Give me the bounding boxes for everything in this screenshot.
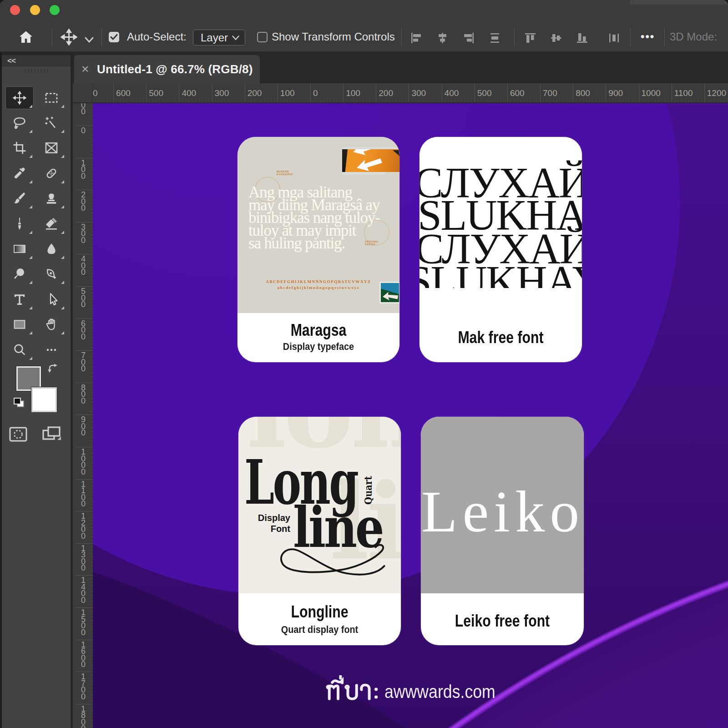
magic-wand-tool[interactable] bbox=[37, 111, 66, 134]
swap-colors-icon[interactable] bbox=[48, 364, 59, 373]
ruler-minor-tick bbox=[429, 99, 429, 102]
collapse-panel-button[interactable]: << bbox=[7, 56, 15, 66]
distribute-horizontally-icon[interactable] bbox=[489, 32, 501, 44]
lasso-tool[interactable] bbox=[5, 111, 34, 134]
font-card-mak: СЛУХАЙ SLUKHAY СЛУХАЙ SLUKHAY Mak free f… bbox=[420, 137, 582, 362]
ruler-minor-tick bbox=[626, 99, 626, 102]
tiny-caption-text: MODERN SANSSERIF bbox=[277, 170, 293, 176]
crop-icon bbox=[12, 141, 27, 155]
ruler-minor-tick bbox=[90, 476, 93, 476]
move-tool[interactable] bbox=[5, 86, 34, 109]
clone-stamp-tool[interactable] bbox=[37, 187, 66, 210]
ruler-tick bbox=[376, 83, 376, 102]
zoom-window-button[interactable] bbox=[50, 5, 60, 15]
edit-toolbar-tool[interactable] bbox=[37, 339, 66, 361]
align-vertical-centers-icon[interactable] bbox=[550, 32, 562, 44]
align-bottom-edges-icon[interactable] bbox=[576, 32, 588, 44]
spot-healing-brush-tool[interactable] bbox=[37, 162, 66, 185]
frame-tool[interactable] bbox=[37, 136, 66, 159]
rectangular-marquee-tool[interactable] bbox=[37, 86, 66, 109]
mixer-brush-tool[interactable] bbox=[5, 212, 34, 235]
ruler-minor-tick bbox=[570, 99, 570, 102]
minimize-window-button[interactable] bbox=[30, 5, 40, 15]
ruler-minor-tick bbox=[451, 99, 452, 102]
teal-arrow-sign-photo bbox=[379, 282, 399, 303]
ruler-minor-tick bbox=[330, 99, 330, 102]
edit-toolbar-icon bbox=[44, 343, 59, 357]
move-tool-icon[interactable] bbox=[61, 29, 77, 46]
ruler-minor-tick bbox=[566, 99, 567, 102]
ruler-minor-tick bbox=[97, 99, 97, 102]
close-window-button[interactable] bbox=[10, 5, 20, 15]
eyedropper-tool[interactable] bbox=[5, 162, 34, 185]
ruler-minor-tick bbox=[94, 99, 94, 102]
document-tab[interactable]: × Untitled-1 @ 66.7% (RGB/8) bbox=[74, 55, 260, 83]
rectangle-tool[interactable] bbox=[5, 313, 34, 336]
gradient-tool[interactable] bbox=[5, 238, 34, 260]
tool-flyout-triangle bbox=[61, 306, 64, 309]
document-canvas[interactable]: MODERN SANSSERIF ORIGINAL SERIES Ang mga… bbox=[93, 103, 728, 728]
vertical-ruler[interactable]: 1000100200300400500600700800900100011001… bbox=[73, 103, 93, 728]
close-tab-icon[interactable]: × bbox=[81, 62, 89, 76]
ruler-minor-tick bbox=[271, 99, 271, 102]
rectangle-icon bbox=[12, 317, 27, 332]
ruler-minor-tick bbox=[90, 376, 93, 377]
home-icon[interactable] bbox=[18, 29, 34, 46]
ruler-minor-tick bbox=[90, 283, 93, 283]
horizontal-ruler[interactable]: 7006005004003002001000100200300400500600… bbox=[93, 83, 728, 103]
path-selection-tool[interactable] bbox=[37, 288, 66, 311]
pen-tool[interactable] bbox=[37, 263, 66, 285]
ruler-minor-tick bbox=[708, 99, 708, 102]
default-colors-icon[interactable] bbox=[13, 397, 26, 409]
ruler-corner[interactable] bbox=[73, 83, 93, 103]
ruler-minor-tick bbox=[550, 99, 551, 102]
chevron-down-icon[interactable] bbox=[84, 36, 95, 44]
separator bbox=[514, 28, 515, 46]
ruler-minor-tick bbox=[90, 244, 93, 245]
show-transform-checkbox[interactable] bbox=[257, 32, 268, 42]
more-options-button[interactable]: ••• bbox=[641, 30, 655, 43]
type-tool[interactable] bbox=[5, 288, 34, 311]
align-left-edges-icon[interactable] bbox=[410, 32, 422, 44]
ruler-label: 100 bbox=[76, 103, 91, 115]
align-top-edges-icon[interactable] bbox=[524, 32, 536, 44]
panel-drag-handle[interactable] bbox=[25, 69, 48, 73]
tool-flyout-triangle bbox=[61, 130, 64, 133]
auto-select-checkbox[interactable] bbox=[109, 32, 119, 42]
zoom-tool[interactable] bbox=[5, 339, 34, 361]
dodge-tool[interactable] bbox=[5, 263, 34, 285]
ruler-minor-tick bbox=[356, 99, 357, 102]
eraser-tool[interactable] bbox=[37, 212, 66, 235]
tool-flyout-triangle bbox=[61, 155, 64, 158]
layer-select-dropdown[interactable]: Layer bbox=[193, 30, 245, 46]
ruler-minor-tick bbox=[149, 99, 150, 102]
ruler-minor-tick bbox=[530, 99, 531, 102]
distribute-vertically-icon[interactable] bbox=[608, 32, 620, 44]
crop-tool[interactable] bbox=[5, 136, 34, 159]
hand-tool[interactable] bbox=[37, 313, 66, 336]
ruler-minor-tick bbox=[635, 99, 636, 102]
ruler-minor-tick bbox=[359, 99, 360, 102]
ruler-minor-tick bbox=[90, 405, 93, 405]
brush-tool[interactable] bbox=[5, 187, 34, 210]
ruler-minor-tick bbox=[103, 99, 104, 102]
separator bbox=[101, 28, 102, 46]
quick-mask-icon[interactable] bbox=[9, 426, 27, 443]
ruler-minor-tick bbox=[159, 99, 160, 102]
align-right-edges-icon[interactable] bbox=[463, 32, 475, 44]
tool-flyout-triangle bbox=[29, 281, 32, 284]
ruler-minor-tick bbox=[586, 99, 586, 102]
ruler-tick bbox=[606, 83, 606, 102]
blur-tool[interactable] bbox=[37, 238, 66, 260]
ruler-minor-tick bbox=[675, 99, 675, 102]
ruler-minor-tick bbox=[90, 219, 93, 219]
ruler-minor-tick bbox=[225, 99, 225, 102]
screen-mode-icon[interactable] bbox=[42, 426, 62, 443]
background-color-swatch[interactable] bbox=[31, 387, 57, 412]
align-horizontal-centers-icon[interactable] bbox=[436, 32, 449, 44]
ruler-minor-tick bbox=[90, 411, 93, 412]
ruler-minor-tick bbox=[202, 99, 202, 102]
ruler-label: 300 bbox=[76, 224, 91, 244]
ruler-label: 600 bbox=[510, 88, 525, 98]
maragsa-specimen-text: Ang mga salitang may diing Maragsâ ay bi… bbox=[248, 186, 399, 250]
